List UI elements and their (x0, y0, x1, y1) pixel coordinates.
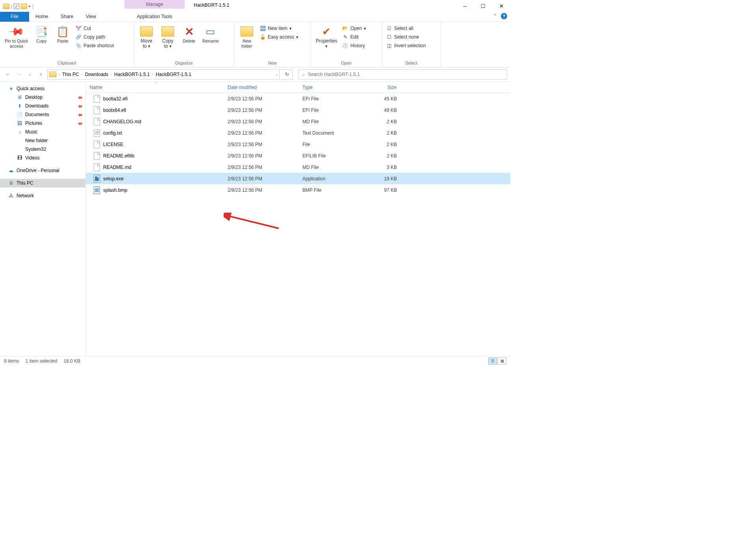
sidebar-item-desktop[interactable]: 🖥Desktop📌 (0, 93, 85, 102)
close-button[interactable]: ✕ (492, 0, 510, 12)
file-size: 45 KB (361, 96, 401, 102)
group-label-select: Select (384, 60, 438, 67)
sidebar-item-onedrive[interactable]: ☁OneDrive - Personal (0, 166, 85, 175)
file-row[interactable]: bootia32.efi2/9/23 12:56 PMEFI File45 KB (86, 93, 510, 104)
file-date: 2/9/23 12:56 PM (224, 187, 298, 193)
tab-home[interactable]: Home (29, 12, 54, 22)
file-name: setup.exe (103, 176, 124, 182)
move-to-button[interactable]: Move to ▾ (136, 24, 157, 50)
file-date: 2/9/23 12:56 PM (224, 165, 298, 170)
breadcrumb[interactable]: This PC (61, 72, 80, 77)
new-item-button[interactable]: 🆕New item ▾ (258, 24, 300, 32)
file-row[interactable]: config.txt2/9/23 12:56 PMText Document2 … (86, 127, 510, 139)
tab-view[interactable]: View (80, 12, 102, 22)
file-icon (94, 141, 100, 148)
file-size: 2 KB (361, 119, 401, 124)
file-row[interactable]: LICENSE2/9/23 12:56 PMFile2 KB (86, 139, 510, 150)
open-button[interactable]: 📂Open ▾ (341, 24, 368, 32)
file-name: README.md (103, 165, 131, 170)
file-icon (94, 106, 100, 114)
file-row[interactable]: CHANGELOG.md2/9/23 12:56 PMMD File2 KB (86, 116, 510, 127)
context-tab-manage[interactable]: Manage (124, 0, 185, 9)
sidebar-item-music[interactable]: ♪Music (0, 128, 85, 136)
tab-file[interactable]: File (0, 12, 29, 22)
copy-path-button[interactable]: 🔗Copy path (74, 33, 115, 41)
refresh-button[interactable]: ↻ (281, 69, 293, 80)
file-type: MD File (298, 165, 361, 170)
sidebar-item-new-folder[interactable]: New folder (0, 136, 85, 145)
sidebar-item-quick-access[interactable]: ★Quick access (0, 84, 85, 93)
file-list-view: Name⌃ Date modified Type Size bootia32.e… (86, 82, 510, 356)
address-bar[interactable]: › This PC › Downloads › HackBGRT-1.5.1 ›… (47, 69, 280, 80)
chevron-right-icon[interactable]: › (152, 72, 154, 76)
chevron-right-icon[interactable]: › (59, 72, 60, 76)
easy-access-button[interactable]: 🔓Easy access ▾ (258, 33, 300, 41)
file-size: 49 KB (361, 107, 401, 113)
copy-to-button[interactable]: Copy to ▾ (158, 24, 178, 50)
select-all-button[interactable]: ☑Select all (384, 24, 428, 32)
copy-button[interactable]: 📑Copy (31, 24, 52, 45)
file-name: CHANGELOG.md (103, 119, 141, 124)
sidebar-item-videos[interactable]: 🎞Videos (0, 154, 85, 162)
chevron-right-icon[interactable]: › (111, 72, 112, 76)
column-header-size[interactable]: Size (361, 82, 401, 93)
breadcrumb[interactable]: HackBGRT-1.5.1 (155, 72, 192, 77)
paste-button[interactable]: 📋Paste (52, 24, 73, 45)
history-button[interactable]: 🕑History (341, 42, 368, 50)
new-folder-button[interactable]: New folder (237, 24, 257, 50)
sidebar-item-this-pc[interactable]: 🖥This PC (0, 179, 85, 187)
properties-button[interactable]: ✔Properties▾ (313, 24, 340, 50)
forward-button[interactable]: → (14, 70, 24, 79)
thumbnails-view-button[interactable]: ▦ (498, 358, 506, 365)
file-row[interactable]: setup.exe2/9/23 12:56 PMApplication18 KB (86, 173, 510, 184)
window-title: HackBGRT-1.5.1 (194, 2, 229, 8)
sidebar-item-pictures[interactable]: 🖼Pictures📌 (0, 119, 85, 128)
sidebar-item-network[interactable]: 🖧Network (0, 191, 85, 200)
up-button[interactable]: ↑ (36, 70, 46, 79)
help-icon[interactable]: ? (501, 13, 507, 19)
file-name: README.efilib (103, 153, 134, 159)
cut-button[interactable]: ✂️Cut (74, 24, 115, 32)
file-icon (94, 163, 100, 171)
tab-share[interactable]: Share (54, 12, 80, 22)
delete-button[interactable]: ✕Delete (179, 24, 199, 45)
details-view-button[interactable]: ☰ (488, 358, 497, 365)
back-button[interactable]: ← (3, 70, 13, 79)
file-row[interactable]: splash.bmp2/9/23 12:56 PMBMP File97 KB (86, 184, 510, 196)
file-type: BMP File (298, 187, 361, 193)
file-row[interactable]: bootx64.efi2/9/23 12:56 PMEFI File49 KB (86, 104, 510, 116)
navigation-pane[interactable]: ★Quick access 🖥Desktop📌 ⬇Downloads📌 📄Doc… (0, 82, 86, 356)
column-header-date[interactable]: Date modified (224, 82, 298, 93)
column-header-name[interactable]: Name⌃ (86, 82, 224, 93)
select-none-button[interactable]: ☐Select none (384, 33, 428, 41)
sidebar-item-documents[interactable]: 📄Documents📌 (0, 110, 85, 119)
recent-locations-button[interactable]: ⌄ (25, 70, 35, 79)
file-row[interactable]: README.md2/9/23 12:56 PMMD File3 KB (86, 161, 510, 173)
chevron-down-icon[interactable]: ⌄ (275, 72, 278, 76)
column-header-type[interactable]: Type (298, 82, 361, 93)
maximize-button[interactable]: ☐ (474, 0, 492, 12)
search-box[interactable]: ⌕ (298, 69, 507, 80)
status-selection-count: 1 item selected (26, 358, 57, 364)
search-input[interactable] (308, 72, 504, 77)
edit-button[interactable]: ✎Edit (341, 33, 368, 41)
sidebar-item-downloads[interactable]: ⬇Downloads📌 (0, 102, 85, 110)
new-folder-qat-icon[interactable] (21, 4, 27, 9)
paste-shortcut-button[interactable]: 📎Paste shortcut (74, 42, 115, 50)
breadcrumb[interactable]: HackBGRT-1.5.1 (113, 72, 150, 77)
minimize-button[interactable]: ─ (456, 0, 474, 12)
pin-to-quick-access-button[interactable]: 📌Pin to Quick access (2, 24, 30, 50)
properties-qat-icon[interactable]: ✓ (14, 4, 19, 9)
sidebar-item-system32[interactable]: System32 (0, 145, 85, 154)
rename-button[interactable]: ▭Rename (200, 24, 221, 45)
file-type: EFI File (298, 107, 361, 113)
file-name: LICENSE (103, 142, 123, 147)
chevron-right-icon[interactable]: › (82, 72, 83, 76)
file-row[interactable]: README.efilib2/9/23 12:56 PMEFILIB File2… (86, 150, 510, 161)
qat-dropdown-icon[interactable]: ▾ (29, 4, 31, 8)
tab-application-tools[interactable]: Application Tools (124, 12, 185, 22)
invert-selection-button[interactable]: ◫Invert selection (384, 42, 428, 50)
breadcrumb[interactable]: Downloads (84, 72, 109, 77)
collapse-ribbon-icon[interactable]: ⌃ (493, 13, 497, 19)
group-label-organize: Organize (136, 60, 232, 67)
